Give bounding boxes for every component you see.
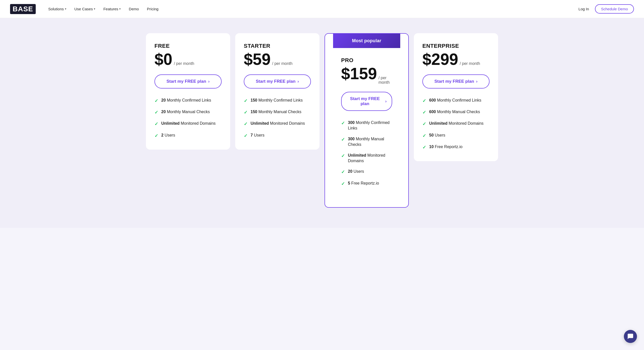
list-item: ✓ 5 Free Reportz.io	[341, 181, 392, 187]
list-item: ✓ 10 Free Reportz.io	[422, 144, 490, 151]
plan-enterprise: ENTERPRISE $299 / per month Start my FRE…	[414, 33, 498, 161]
arrow-right-icon: ›	[476, 79, 478, 84]
check-icon: ✓	[341, 181, 345, 187]
plan-price-row-free: $0 / per month	[154, 51, 222, 67]
check-icon: ✓	[244, 98, 248, 104]
free-plan-cta[interactable]: Start my FREE plan ›	[154, 74, 222, 89]
check-icon: ✓	[341, 120, 345, 126]
list-item: ✓ 20 Monthly Confirmed Links	[154, 98, 222, 104]
check-icon: ✓	[422, 121, 426, 127]
nav-features[interactable]: Features ▾	[103, 7, 121, 11]
check-icon: ✓	[244, 121, 248, 127]
arrow-right-icon: ›	[385, 99, 387, 104]
nav-links: Solutions ▾ Use Cases ▾ Features ▾ Demo …	[48, 7, 579, 11]
plan-period-starter: / per month	[272, 61, 293, 66]
nav-solutions[interactable]: Solutions ▾	[48, 7, 66, 11]
plan-price-row-enterprise: $299 / per month	[422, 51, 490, 67]
enterprise-plan-cta[interactable]: Start my FREE plan ›	[422, 74, 490, 89]
navbar: BASE Solutions ▾ Use Cases ▾ Features ▾ …	[0, 0, 644, 18]
check-icon: ✓	[244, 109, 248, 116]
plan-period-pro: / per month	[378, 76, 392, 85]
nav-right: Log In Schedule Demo	[579, 4, 634, 14]
logo: BASE	[10, 4, 36, 14]
login-button[interactable]: Log In	[579, 7, 589, 11]
arrow-right-icon: ›	[298, 79, 299, 84]
plan-pro: Most popular PRO $159 / per month Start …	[325, 33, 409, 208]
list-item: ✓ 20 Monthly Manual Checks	[154, 109, 222, 116]
list-item: ✓ 150 Monthly Manual Checks	[244, 109, 311, 116]
starter-plan-cta[interactable]: Start my FREE plan ›	[244, 74, 311, 89]
plan-price-pro: $159	[341, 66, 377, 82]
list-item: ✓ 2 Users	[154, 133, 222, 139]
check-icon: ✓	[244, 133, 248, 139]
plan-price-row-pro: $159 / per month	[341, 66, 392, 85]
chat-bubble[interactable]	[624, 330, 637, 343]
list-item: ✓ 20 Users	[341, 169, 392, 175]
chevron-down-icon: ▾	[94, 7, 95, 11]
pro-plan-cta[interactable]: Start my FREE plan ›	[341, 92, 392, 111]
arrow-right-icon: ›	[208, 79, 210, 84]
free-features: ✓ 20 Monthly Confirmed Links ✓ 20 Monthl…	[154, 98, 222, 139]
plan-period-free: / per month	[174, 61, 194, 66]
check-icon: ✓	[341, 137, 345, 143]
plan-price-row-starter: $59 / per month	[244, 51, 311, 67]
list-item: ✓ 150 Monthly Confirmed Links	[244, 98, 311, 104]
plan-name-pro: PRO	[341, 57, 392, 64]
list-item: ✓ Unlimited Monitored Domains	[154, 121, 222, 127]
enterprise-features: ✓ 600 Monthly Confirmed Links ✓ 600 Mont…	[422, 98, 490, 151]
pro-features: ✓ 300 Monthly Confirmed Links ✓ 300 Mont…	[341, 120, 392, 187]
list-item: ✓ 300 Monthly Confirmed Links	[341, 120, 392, 131]
list-item: ✓ 600 Monthly Confirmed Links	[422, 98, 490, 104]
plan-name-starter: STARTER	[244, 43, 311, 49]
check-icon: ✓	[422, 109, 426, 116]
list-item: ✓ 600 Monthly Manual Checks	[422, 109, 490, 116]
nav-pricing[interactable]: Pricing	[147, 7, 158, 11]
chevron-down-icon: ▾	[65, 7, 66, 11]
list-item: ✓ 300 Monthly Manual Checks	[341, 136, 392, 148]
plan-name-free: FREE	[154, 43, 222, 49]
nav-demo[interactable]: Demo	[129, 7, 139, 11]
plan-free: FREE $0 / per month Start my FREE plan ›…	[146, 33, 230, 150]
starter-features: ✓ 150 Monthly Confirmed Links ✓ 150 Mont…	[244, 98, 311, 139]
plan-name-enterprise: ENTERPRISE	[422, 43, 490, 49]
pricing-grid: FREE $0 / per month Start my FREE plan ›…	[146, 33, 498, 208]
check-icon: ✓	[154, 133, 158, 139]
list-item: ✓ Unlimited Monitored Domains	[244, 121, 311, 127]
check-icon: ✓	[154, 121, 158, 127]
check-icon: ✓	[341, 153, 345, 159]
check-icon: ✓	[154, 109, 158, 116]
list-item: ✓ 50 Users	[422, 133, 490, 139]
popular-badge: Most popular	[333, 34, 400, 48]
nav-use-cases[interactable]: Use Cases ▾	[74, 7, 95, 11]
check-icon: ✓	[422, 144, 426, 151]
plan-price-starter: $59	[244, 51, 271, 67]
plan-price-free: $0	[154, 51, 172, 67]
check-icon: ✓	[341, 169, 345, 175]
schedule-demo-button[interactable]: Schedule Demo	[595, 4, 634, 14]
check-icon: ✓	[422, 133, 426, 139]
check-icon: ✓	[422, 98, 426, 104]
list-item: ✓ Unlimited Monitored Domains	[422, 121, 490, 127]
plan-period-enterprise: / per month	[460, 61, 480, 66]
plan-price-enterprise: $299	[422, 51, 458, 67]
list-item: ✓ Unlimited Monitored Domains	[341, 153, 392, 164]
list-item: ✓ 7 Users	[244, 133, 311, 139]
chevron-down-icon: ▾	[119, 7, 121, 11]
plan-starter: STARTER $59 / per month Start my FREE pl…	[235, 33, 319, 150]
pricing-section: FREE $0 / per month Start my FREE plan ›…	[0, 18, 644, 228]
check-icon: ✓	[154, 98, 158, 104]
